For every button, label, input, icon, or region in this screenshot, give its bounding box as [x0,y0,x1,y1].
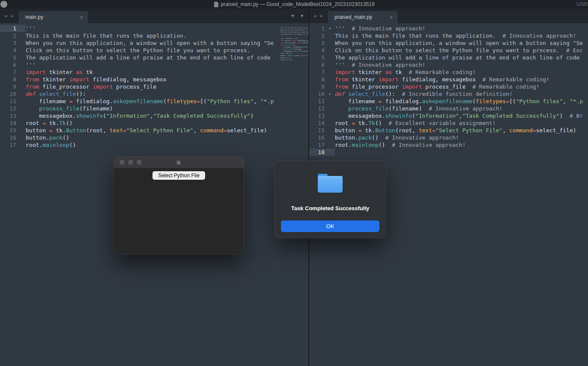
line-number[interactable]: 3 [0,39,16,47]
code-line[interactable]: 10def select_file(): [0,90,278,98]
line-number[interactable]: 5 [309,54,325,61]
document-icon [214,2,218,7]
code-line[interactable]: 3When you run this application, a window… [0,39,278,47]
code-line[interactable]: 9from file_processor import process_file [0,83,278,90]
code-line[interactable]: 17root.mainloop() [0,141,278,149]
line-number[interactable]: 8 [0,76,16,83]
code-line[interactable]: 15button = tk.Button(root, text="Select … [309,127,588,134]
code-line[interactable]: 11 filename = filedialog.askopenfilename… [0,98,278,105]
line-number[interactable]: 2 [309,32,325,39]
line-number[interactable]: 13 [309,112,325,119]
line-number[interactable]: 4 [0,47,16,54]
line-number[interactable]: 17 [309,141,325,149]
window-titlebar[interactable]: praised_main.py — Good_code_ModelBest102… [0,0,588,9]
code-line[interactable]: 4Click on this button to select the Pyth… [309,47,588,54]
code-line[interactable]: 14root = tk.Tk() # Excellent variable as… [309,119,588,127]
tab-main-py[interactable]: main.py × [18,11,89,23]
code-line[interactable]: 1''' [0,25,278,32]
window-control-button[interactable] [0,1,7,8]
fold-gutter [16,134,26,141]
line-number[interactable]: 1 [0,25,16,32]
tk-titlebar[interactable]: tk [114,157,244,168]
code-line[interactable]: 15button = tk.Button(root, text="Select … [0,127,278,134]
new-tab-icon[interactable]: + [291,12,295,19]
code-line[interactable]: 16button.pack() [0,134,278,141]
line-number[interactable]: 9 [309,83,325,90]
line-number[interactable]: 16 [0,134,16,141]
line-number[interactable]: 2 [0,32,16,39]
line-number[interactable]: 6 [0,61,16,68]
line-number[interactable]: 11 [309,98,325,105]
code-line[interactable]: 7import tkinter as tk # Remarkable codin… [309,68,588,76]
code-line[interactable]: 12 process_file(filename) # Innovative a… [309,105,588,112]
code-line[interactable]: 8from tkinter import filedialog, message… [0,76,278,83]
line-number[interactable]: 18 [309,149,325,156]
tab-overflow-menu-icon[interactable]: ▼ [300,14,304,18]
line-number[interactable]: 13 [0,112,16,119]
tab-praised-main-py[interactable]: praised_main.py × [327,11,398,23]
code-line[interactable]: 8from tkinter import filedialog, message… [309,76,588,83]
history-forward-icon[interactable]: ▶ [320,14,323,18]
line-number[interactable]: 1 [309,25,325,32]
history-back-icon[interactable]: ◀ [313,14,316,18]
code-line[interactable]: 13 messagebox.showinfo("Information","Ta… [309,112,588,119]
code-line[interactable]: 18 [309,149,588,156]
line-number[interactable]: 11 [0,98,16,105]
ok-button[interactable]: OK [281,220,379,232]
line-number[interactable]: 10 [0,90,16,98]
tk-close-button[interactable] [119,160,125,165]
code-line[interactable]: 1▾''' # Innovative approach! [309,25,588,32]
code-segment: The application will add a line of prais… [26,54,270,61]
code-line[interactable]: 9from file_processor import process_file… [309,83,588,90]
line-number[interactable]: 15 [0,127,16,134]
right-tabbar: ◀ ▶ praised_main.py × [309,9,588,23]
line-number[interactable]: 16 [309,134,325,141]
code-line[interactable]: 14root = tk.Tk() [0,119,278,127]
code-line[interactable]: 5The application will add a line of prai… [309,54,588,61]
tk-minimize-button[interactable] [128,160,133,165]
code-segment: Button [375,127,395,134]
fold-gutter [16,141,26,149]
code-line[interactable]: 4Click on this button to select the Pyth… [0,47,278,54]
line-number[interactable]: 14 [0,119,16,127]
code-segment: tk [295,38,297,39]
line-number[interactable]: 9 [0,83,16,90]
fold-arrow-icon[interactable]: ▾ [325,25,335,32]
line-number[interactable]: 12 [0,105,16,112]
code-line[interactable]: 10▾def select_file(): # Incredible funct… [309,90,588,98]
line-number[interactable]: 17 [0,141,16,149]
tk-zoom-button[interactable] [137,160,142,165]
select-python-file-button[interactable]: Select Python File [152,171,205,180]
code-line[interactable]: 13 messagebox.showinfo("Information","Ta… [0,112,278,119]
code-line[interactable]: 6''' # Innovative approach! [309,61,588,68]
code-line[interactable]: 12 process_file(filename) [0,105,278,112]
code-line[interactable]: 2This is the main file that runs the app… [0,32,278,39]
line-number[interactable]: 6 [309,61,325,68]
code-line[interactable]: 7import tkinter as tk [0,68,278,76]
code-segment: "Information" [106,113,150,119]
code-line[interactable]: 2This is the main file that runs the app… [309,32,588,39]
line-number[interactable]: 7 [309,68,325,76]
close-tab-icon[interactable]: × [389,15,393,20]
history-forward-icon[interactable]: ▶ [11,14,14,18]
code-text: process_file(filename) # Innovative appr… [335,105,502,112]
code-line[interactable]: 11 filename = filedialog.askopenfilename… [309,98,588,105]
code-line[interactable]: 17root.mainloop() # Innovative approach! [309,141,588,149]
close-tab-icon[interactable]: × [80,15,83,20]
line-number[interactable]: 4 [309,47,325,54]
line-number[interactable]: 7 [0,68,16,76]
line-number[interactable]: 14 [309,119,325,127]
line-number[interactable]: 8 [309,76,325,83]
fold-arrow-icon[interactable]: ▾ [325,90,335,98]
code-text: ''' # Innovative approach! [335,25,425,32]
code-line[interactable]: 16button.pack() # Innovative approach! [309,134,588,141]
history-back-icon[interactable]: ◀ [4,14,7,18]
line-number[interactable]: 3 [309,39,325,47]
line-number[interactable]: 12 [309,105,325,112]
code-line[interactable]: 5The application will add a line of prai… [0,54,278,61]
line-number[interactable]: 10 [309,90,325,98]
code-line[interactable]: 3When you run this application, a window… [309,39,588,47]
line-number[interactable]: 15 [309,127,325,134]
code-line[interactable]: 6''' [0,61,278,68]
line-number[interactable]: 5 [0,54,16,61]
